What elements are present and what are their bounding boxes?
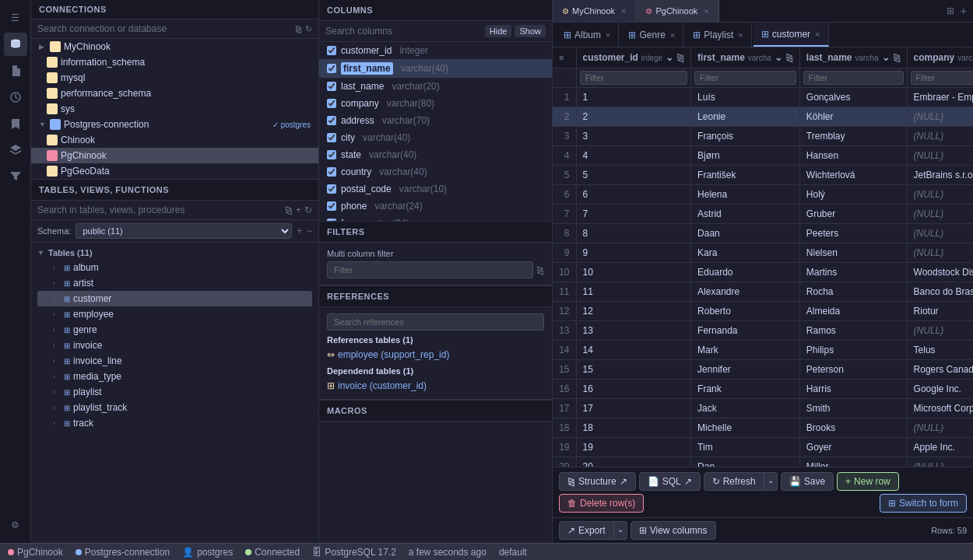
filter-input[interactable] bbox=[327, 261, 533, 278]
grid-view-icon[interactable]: ⊞ bbox=[947, 5, 954, 16]
cell-customer-id-15[interactable]: 15 bbox=[576, 360, 691, 380]
refresh-tables-icon[interactable]: ↻ bbox=[304, 205, 312, 215]
cell-company-15[interactable]: Rogers Canada bbox=[907, 360, 973, 380]
db-item-perf[interactable]: performance_schema bbox=[31, 86, 318, 101]
cell-first-name-19[interactable]: Tim bbox=[691, 438, 800, 457]
tab-close-playlist[interactable]: × bbox=[738, 30, 743, 40]
table-row[interactable]: 15 15 Jennifer Peterson Rogers Canada bbox=[553, 360, 973, 380]
col-item-first-name[interactable]: first_name varchar(40) bbox=[319, 59, 552, 78]
col-item-fax[interactable]: fax varchar(24) bbox=[319, 215, 552, 221]
th-nav[interactable]: « bbox=[553, 47, 576, 68]
col-item-country[interactable]: country varchar(40) bbox=[319, 163, 552, 180]
cell-first-name-3[interactable]: François bbox=[691, 127, 800, 146]
col-item-postal[interactable]: postal_code varchar(10) bbox=[319, 180, 552, 198]
database-icon[interactable] bbox=[4, 33, 27, 56]
cell-company-10[interactable]: Woodstock Disc bbox=[907, 263, 973, 282]
th-sort-customer-id[interactable]: ⌄ bbox=[666, 52, 673, 63]
cell-last-name-6[interactable]: Holý bbox=[799, 185, 907, 205]
cell-company-1[interactable]: Embraer - Empr bbox=[907, 88, 973, 107]
cell-last-name-8[interactable]: Peeters bbox=[799, 224, 907, 243]
cell-last-name-20[interactable]: Miller bbox=[799, 457, 907, 467]
delete-row-button[interactable]: 🗑 Delete row(s) bbox=[559, 494, 644, 513]
save-button[interactable]: 💾 Save bbox=[781, 472, 834, 491]
layers-icon[interactable] bbox=[4, 138, 27, 162]
table-row[interactable]: 12 12 Roberto Almeida Riotur bbox=[553, 302, 973, 321]
cell-last-name-2[interactable]: Köhler bbox=[799, 107, 907, 127]
funnel-icon[interactable] bbox=[4, 165, 27, 188]
cell-first-name-14[interactable]: Mark bbox=[691, 341, 800, 360]
table-row[interactable]: 18 18 Michelle Brooks (NULL) bbox=[553, 418, 973, 438]
cell-customer-id-11[interactable]: 11 bbox=[576, 282, 691, 302]
cell-first-name-12[interactable]: Roberto bbox=[691, 302, 800, 321]
cell-customer-id-12[interactable]: 12 bbox=[576, 302, 691, 321]
table-row[interactable]: 13 13 Fernanda Ramos (NULL) bbox=[553, 321, 973, 341]
table-row[interactable]: 5 5 František Wichterlová JetBrains s.r.… bbox=[553, 166, 973, 185]
table-item-album[interactable]: › ⊞ album bbox=[37, 260, 312, 275]
dep-item-invoice[interactable]: ⊞ invoice (customer_id) bbox=[327, 379, 544, 393]
cell-customer-id-13[interactable]: 13 bbox=[576, 321, 691, 341]
table-row[interactable]: 9 9 Kara Nielsen (NULL) bbox=[553, 243, 973, 263]
table-row[interactable]: 4 4 Bjørn Hansen (NULL) bbox=[553, 146, 973, 166]
table-item-artist[interactable]: › ⊞ artist bbox=[37, 275, 312, 291]
cell-first-name-5[interactable]: František bbox=[691, 166, 800, 185]
export-dropdown-arrow[interactable]: ⌄ bbox=[614, 521, 627, 540]
cell-company-14[interactable]: Telus bbox=[907, 341, 973, 360]
switch-form-button[interactable]: ⊞ Switch to form bbox=[880, 494, 967, 513]
file-icon[interactable] bbox=[4, 59, 27, 82]
cell-first-name-4[interactable]: Bjørn bbox=[691, 146, 800, 166]
cell-last-name-14[interactable]: Philips bbox=[799, 341, 907, 360]
table-row[interactable]: 14 14 Mark Philips Telus bbox=[553, 341, 973, 360]
window-close-mychinook[interactable]: × bbox=[621, 6, 626, 16]
cell-customer-id-8[interactable]: 8 bbox=[576, 224, 691, 243]
th-company[interactable]: company varcha ⌄ bbox=[907, 47, 973, 68]
ref-item-employee[interactable]: ⇔ employee (support_rep_id) bbox=[327, 348, 544, 362]
col-item-last-name[interactable]: last_name varchar(20) bbox=[319, 78, 552, 95]
filter-tables-icon[interactable]: ⧎ bbox=[285, 205, 293, 215]
th-filter-icon-first-name[interactable]: ⧎ bbox=[785, 52, 793, 63]
table-row[interactable]: 7 7 Astrid Gruber (NULL) bbox=[553, 205, 973, 224]
db-item-sys[interactable]: sys bbox=[31, 101, 318, 117]
cell-customer-id-4[interactable]: 4 bbox=[576, 146, 691, 166]
th-last-name[interactable]: last_name varcha ⌄ ⧎ bbox=[799, 47, 907, 68]
cell-first-name-6[interactable]: Helena bbox=[691, 185, 800, 205]
table-row[interactable]: 17 17 Jack Smith Microsoft Corpo bbox=[553, 399, 973, 418]
cell-company-9[interactable]: (NULL) bbox=[907, 243, 973, 263]
tab-close-genre[interactable]: × bbox=[670, 30, 675, 40]
th-first-name[interactable]: first_name varcha ⌄ ⧎ bbox=[691, 47, 800, 68]
cell-first-name-18[interactable]: Michelle bbox=[691, 418, 800, 438]
cell-customer-id-3[interactable]: 3 bbox=[576, 127, 691, 146]
cell-customer-id-1[interactable]: 1 bbox=[576, 88, 691, 107]
col-item-company[interactable]: company varchar(80) bbox=[319, 95, 552, 112]
remove-schema-icon[interactable]: − bbox=[307, 226, 312, 236]
cell-company-6[interactable]: (NULL) bbox=[907, 185, 973, 205]
table-item-invoice-line[interactable]: › ⊞ invoice_line bbox=[37, 353, 312, 369]
add-tab-icon[interactable]: + bbox=[961, 5, 967, 17]
columns-search-input[interactable] bbox=[325, 26, 482, 37]
show-columns-button[interactable]: Show bbox=[515, 25, 546, 37]
tab-customer[interactable]: ⊞ customer × bbox=[753, 23, 829, 47]
cell-first-name-20[interactable]: Dan bbox=[691, 457, 800, 467]
col-item-state[interactable]: state varchar(40) bbox=[319, 146, 552, 163]
cell-company-17[interactable]: Microsoft Corpo bbox=[907, 399, 973, 418]
filter-options-icon[interactable]: ⧎ bbox=[536, 264, 544, 275]
filter-input-customer-id[interactable] bbox=[580, 71, 688, 85]
tab-genre[interactable]: ⊞ Genre × bbox=[620, 23, 683, 47]
refresh-connections-icon[interactable]: ↻ bbox=[305, 24, 312, 34]
filter-input-company[interactable] bbox=[911, 71, 973, 85]
table-item-playlist-track[interactable]: › ⊞ playlist_track bbox=[37, 400, 312, 415]
col-checkbox-phone[interactable] bbox=[327, 201, 336, 211]
cell-last-name-18[interactable]: Brooks bbox=[799, 418, 907, 438]
db-item-postgres[interactable]: ▼ Postgres-connection ✓ postgres bbox=[31, 117, 318, 132]
tab-close-album[interactable]: × bbox=[606, 30, 610, 40]
cell-first-name-7[interactable]: Astrid bbox=[691, 205, 800, 224]
cell-customer-id-16[interactable]: 16 bbox=[576, 380, 691, 399]
th-sort-first-name[interactable]: ⌄ bbox=[775, 52, 782, 63]
cell-first-name-2[interactable]: Leonie bbox=[691, 107, 800, 127]
table-row[interactable]: 8 8 Daan Peeters (NULL) bbox=[553, 224, 973, 243]
cell-company-13[interactable]: (NULL) bbox=[907, 321, 973, 341]
table-row[interactable]: 11 11 Alexandre Rocha Banco do Brasil bbox=[553, 282, 973, 302]
cell-company-11[interactable]: Banco do Brasil bbox=[907, 282, 973, 302]
cell-first-name-1[interactable]: Luís bbox=[691, 88, 800, 107]
export-button[interactable]: ↗ Export bbox=[559, 521, 614, 540]
cell-last-name-4[interactable]: Hansen bbox=[799, 146, 907, 166]
